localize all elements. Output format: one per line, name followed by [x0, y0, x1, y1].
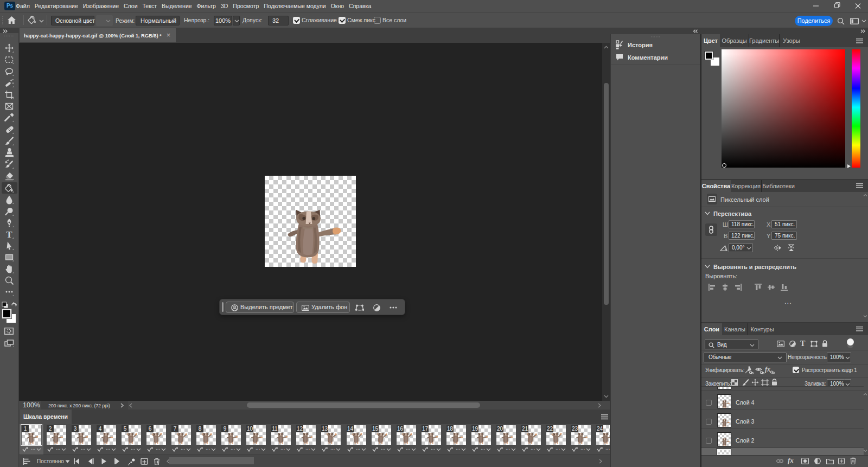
svg-text:T: T	[6, 229, 12, 239]
svg-text:fx: fx	[765, 366, 770, 373]
